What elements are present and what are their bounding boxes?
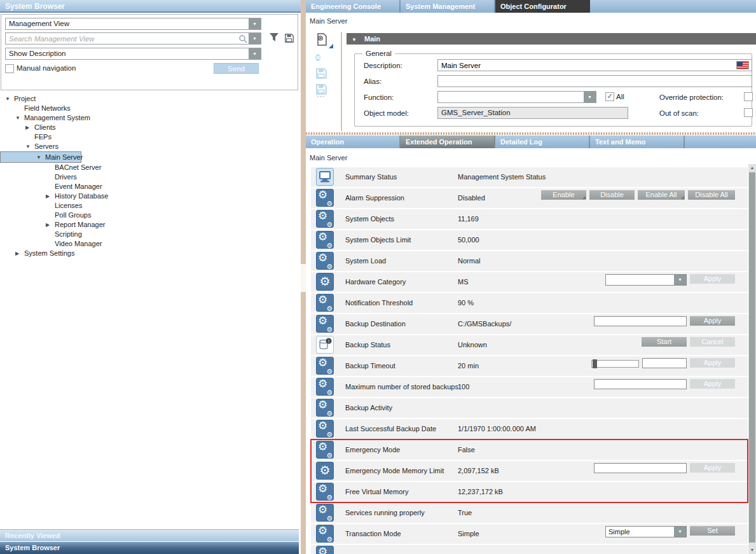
expand-arrow-icon[interactable]: ▶	[15, 249, 24, 258]
system-browser-bar[interactable]: System Browser	[0, 542, 299, 554]
collapse-arrow-icon[interactable]: ▼	[5, 94, 14, 104]
gears-icon: ⚙⚙	[316, 294, 334, 312]
apply-button[interactable]: Apply	[690, 463, 735, 473]
set-button[interactable]: Set	[690, 526, 735, 536]
collapse-arrow-icon[interactable]: ▼	[25, 142, 34, 151]
discard-icon[interactable]: ✕	[315, 51, 331, 66]
tree-item-system-settings[interactable]: ▶System Settings	[0, 249, 299, 258]
alias-field[interactable]	[437, 75, 752, 87]
chevron-down-icon[interactable]: ▼	[249, 48, 261, 59]
all-checkbox[interactable]: ✓	[605, 92, 614, 101]
enable-all-button[interactable]: Enable All	[638, 190, 685, 200]
value-input[interactable]	[642, 358, 687, 368]
expand-arrow-icon[interactable]: ▶	[25, 123, 34, 132]
tab-object-configurator[interactable]: Object Configurator	[495, 0, 590, 13]
tab-operation[interactable]: Operation	[306, 135, 401, 148]
scrollbar-thumb[interactable]	[301, 264, 306, 292]
value-input[interactable]	[594, 379, 687, 389]
tab-detailed-log[interactable]: Detailed Log	[495, 135, 590, 148]
pane-splitter[interactable]	[306, 132, 756, 135]
value-input[interactable]	[594, 316, 687, 326]
send-button[interactable]: Send	[214, 63, 259, 74]
description-mode-dropdown[interactable]: Show Description ▼	[5, 48, 261, 60]
tree-item-management-system[interactable]: ▼Management System	[0, 113, 299, 123]
tree-item-bacnet-server[interactable]: BACnet Server	[0, 163, 299, 172]
tree-item-clients[interactable]: ▶Clients	[0, 123, 299, 132]
value-input[interactable]	[594, 463, 687, 473]
collapse-arrow-icon[interactable]: ▼	[36, 153, 45, 162]
alias-input[interactable]	[438, 76, 752, 87]
search-box[interactable]: ▼	[5, 32, 261, 45]
tree-item-licenses[interactable]: Licenses	[0, 201, 299, 211]
chevron-down-icon[interactable]: ▼	[674, 527, 686, 537]
enable-button[interactable]: Enable	[541, 190, 586, 200]
property-value: 12,237,172 kB	[458, 482, 503, 502]
filter-icon[interactable]	[270, 33, 281, 45]
expand-arrow-icon[interactable]: ▶	[46, 220, 55, 230]
scroll-up-icon[interactable]: ▲	[748, 164, 756, 172]
disable-all-button[interactable]: Disable All	[688, 190, 735, 200]
save-icon[interactable]	[315, 67, 331, 83]
apply-button[interactable]: Apply	[690, 316, 735, 326]
tree-item-project[interactable]: ▼Project	[0, 94, 299, 104]
description-input[interactable]	[438, 60, 752, 71]
tab-system-management[interactable]: System Management	[401, 0, 495, 13]
property-label: System Load	[345, 251, 455, 271]
value-dropdown[interactable]: ▼	[605, 274, 687, 286]
search-icon[interactable]	[238, 33, 249, 44]
save-all-icon[interactable]	[315, 84, 331, 99]
tree-item-servers[interactable]: ▼Servers	[0, 142, 299, 151]
chevron-down-icon[interactable]: ▼	[249, 18, 261, 29]
main-section-header[interactable]: ▼Main	[347, 33, 756, 45]
gears-icon: ⚙⚙	[316, 525, 334, 543]
chevron-down-icon[interactable]: ▼	[249, 33, 261, 44]
toolbar-splitter[interactable]	[341, 32, 342, 131]
gears-icon: ⚙⚙	[316, 546, 334, 554]
chevron-down-icon[interactable]: ▼	[584, 92, 596, 102]
tree-item-feps[interactable]: FEPs	[0, 132, 299, 142]
description-field[interactable]	[437, 59, 752, 71]
disable-button[interactable]: Disable	[589, 190, 635, 200]
search-input[interactable]	[6, 33, 238, 44]
out-of-scan-checkbox[interactable]	[744, 108, 753, 117]
tree-item-report-manager[interactable]: ▶Report Manager	[0, 220, 299, 230]
tab-extended-operation[interactable]: Extended Operation	[401, 135, 495, 148]
language-flag-icon[interactable]	[736, 61, 749, 69]
chevron-down-icon[interactable]: ▼	[674, 275, 686, 285]
tree-item-poll-groups[interactable]: Poll Groups	[0, 211, 299, 220]
slider-thumb[interactable]	[593, 359, 597, 368]
apply-button[interactable]: Apply	[690, 358, 735, 368]
tree-item-scripting[interactable]: Scripting	[0, 230, 299, 239]
tab-text-and-memo[interactable]: Text and Memo	[590, 135, 685, 148]
value-dropdown[interactable]: Simple▼	[605, 526, 687, 537]
property-row-system-load: ⚙⚙System LoadNormal	[311, 251, 748, 271]
tree-item-event-manager[interactable]: Event Manager	[0, 182, 299, 191]
scroll-down-icon[interactable]: ▼	[748, 546, 756, 554]
apply-button[interactable]: Apply	[690, 274, 735, 284]
list-scrollbar[interactable]: ▲ ▼	[748, 164, 756, 554]
tree-item-main-server[interactable]: ▼Main Server	[0, 151, 81, 163]
property-row-free-virtual-memory: ⚙⚙Free Virtual Memory12,237,172 kB	[311, 482, 748, 502]
scrollbar-thumb[interactable]	[749, 172, 755, 543]
left-panel-scrollbar[interactable]	[301, 0, 306, 554]
apply-button[interactable]: Apply	[690, 379, 735, 389]
cancel-button[interactable]: Cancel	[690, 337, 735, 347]
collapse-arrow-icon[interactable]: ▼	[352, 34, 361, 46]
property-row-row: ⚙⚙	[311, 545, 748, 554]
recently-viewed-bar[interactable]: Recently Viewed	[0, 529, 299, 541]
expand-arrow-icon[interactable]: ▶	[46, 191, 55, 201]
function-dropdown[interactable]: ▼	[437, 91, 596, 103]
save-filter-icon[interactable]	[284, 33, 296, 45]
view-selector-dropdown[interactable]: Management View ▼	[5, 18, 261, 30]
start-button[interactable]: Start	[642, 337, 687, 347]
timeout-slider[interactable]	[591, 360, 639, 368]
tab-engineering-console[interactable]: Engineering Console	[306, 0, 401, 13]
new-object-icon[interactable]	[315, 33, 331, 48]
tree-item-video-manager[interactable]: Video Manager	[0, 239, 299, 249]
tree-item-field-networks[interactable]: Field Networks	[0, 104, 299, 113]
manual-navigation-checkbox[interactable]	[5, 64, 14, 73]
override-protection-checkbox[interactable]	[744, 92, 753, 101]
tree-item-history-database[interactable]: ▶History Database	[0, 191, 299, 201]
tree-item-drivers[interactable]: Drivers	[0, 172, 299, 182]
collapse-arrow-icon[interactable]: ▼	[15, 113, 24, 123]
